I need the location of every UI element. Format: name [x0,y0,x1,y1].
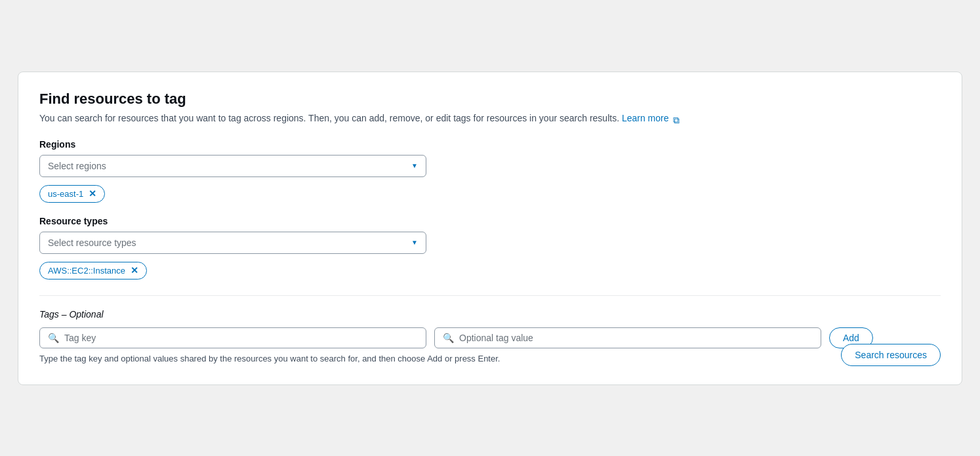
region-chip-remove[interactable]: ✕ [89,189,96,198]
regions-dropdown-arrow: ▼ [411,162,418,169]
learn-more-link[interactable]: Learn more ⧉ [622,113,681,123]
region-chip-label: us-east-1 [48,189,83,199]
tags-hint-text: Type the tag key and optional values sha… [39,354,941,363]
resource-type-chip-remove[interactable]: ✕ [131,266,138,275]
page-title: Find resources to tag [39,91,941,108]
search-resources-button[interactable]: Search resources [841,344,941,366]
regions-section: Regions Select regions ▼ us-east-1 ✕ [39,139,941,203]
find-resources-card: Find resources to tag You can search for… [18,72,962,385]
regions-chips: us-east-1 ✕ [39,177,941,203]
regions-dropdown[interactable]: Select regions ▼ [39,155,426,177]
resource-types-dropdown[interactable]: Select resource types ▼ [39,232,426,254]
tags-label: Tags – Optional [39,309,941,320]
resource-types-dropdown-arrow: ▼ [411,239,418,246]
resource-type-chip-ec2: AWS::EC2::Instance ✕ [39,262,147,280]
tags-section: Tags – Optional 🔍 🔍 Add Type the tag key… [39,295,941,363]
resource-type-chip-label: AWS::EC2::Instance [48,266,125,276]
region-chip-us-east-1: us-east-1 ✕ [39,185,105,203]
tag-key-search-icon: 🔍 [48,333,59,343]
tag-value-input-wrapper: 🔍 [434,327,821,348]
resource-types-label: Resource types [39,216,941,226]
tag-key-input-wrapper: 🔍 [39,327,426,348]
page-subtitle: You can search for resources that you wa… [39,113,941,123]
resource-types-chips: AWS::EC2::Instance ✕ [39,254,941,280]
tag-value-search-icon: 🔍 [443,333,454,343]
resource-types-section: Resource types Select resource types ▼ A… [39,216,941,280]
tag-value-input[interactable] [459,333,813,343]
regions-placeholder: Select regions [48,161,106,171]
resource-types-placeholder: Select resource types [48,238,136,248]
regions-label: Regions [39,139,941,150]
tags-inputs-row: 🔍 🔍 Add [39,327,941,348]
tag-key-input[interactable] [64,333,418,343]
external-link-icon: ⧉ [673,115,681,123]
